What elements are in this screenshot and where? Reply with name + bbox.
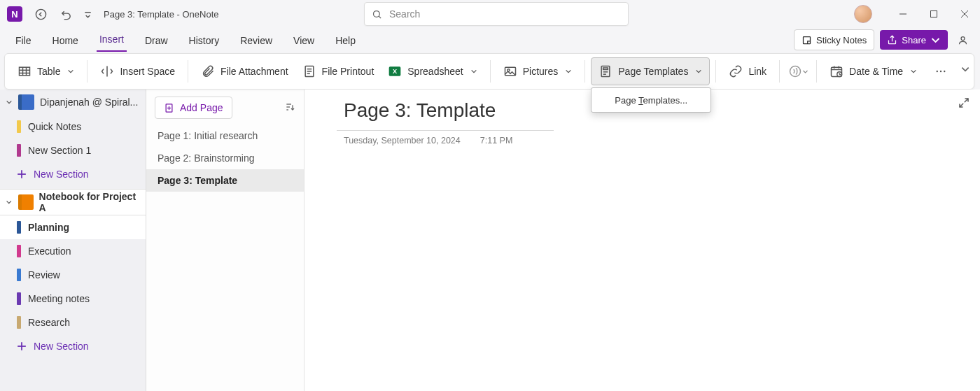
svg-rect-8 xyxy=(804,36,811,43)
plus-icon xyxy=(17,341,27,351)
sort-pages-button[interactable] xyxy=(284,101,295,115)
section-row[interactable]: Meeting notes xyxy=(0,287,146,311)
tab-review[interactable]: Review xyxy=(237,31,275,52)
title-bar: N Page 3: Template - OneNote Search xyxy=(0,0,980,28)
chevron-down-icon xyxy=(470,68,477,75)
section-color xyxy=(17,221,21,234)
section-color xyxy=(17,144,21,157)
back-button[interactable] xyxy=(29,3,52,25)
page-meta: Tuesday, September 10, 2024 7:11 PM xyxy=(344,136,512,145)
notebook-icon xyxy=(18,194,34,210)
dropdown-item-page-templates[interactable]: Page Templates... xyxy=(593,90,709,111)
tab-help[interactable]: Help xyxy=(332,31,358,52)
ribbon-date-time[interactable]: Date & Time xyxy=(822,58,924,85)
expand-icon[interactable] xyxy=(958,97,970,109)
section-row[interactable]: Research xyxy=(0,311,146,334)
ribbon: Table Insert Space File Attachment File … xyxy=(4,53,974,90)
svg-rect-5 xyxy=(931,11,937,17)
section-row[interactable]: Review xyxy=(0,263,146,287)
editor-canvas[interactable]: Page 3: Template Tuesday, September 10, … xyxy=(304,90,980,391)
section-row[interactable]: Execution xyxy=(0,239,146,263)
ribbon-pictures[interactable]: Pictures xyxy=(496,58,580,85)
ribbon-page-templates[interactable]: Page Templates xyxy=(591,57,710,85)
qat-dropdown[interactable] xyxy=(80,3,95,25)
ribbon-table[interactable]: Table xyxy=(10,58,81,85)
tab-history[interactable]: History xyxy=(186,31,223,52)
search-icon xyxy=(372,9,382,20)
svg-point-37 xyxy=(937,71,938,72)
ribbon-link[interactable]: Link xyxy=(722,58,774,85)
section-row[interactable]: Planning xyxy=(0,215,146,239)
add-page-button[interactable]: Add Page xyxy=(155,97,232,119)
search-wrap: Search xyxy=(364,2,629,26)
chevron-down-icon xyxy=(910,68,917,75)
undo-button[interactable] xyxy=(55,3,77,25)
template-icon xyxy=(598,64,612,78)
section-name: Meeting notes xyxy=(28,293,90,304)
title-underline xyxy=(337,130,554,131)
section-row[interactable]: New Section 1 xyxy=(0,138,146,162)
svg-text:X: X xyxy=(393,68,398,75)
tab-insert[interactable]: Insert xyxy=(97,29,127,52)
close-button[interactable] xyxy=(949,0,980,28)
tab-home[interactable]: Home xyxy=(50,31,81,52)
svg-point-0 xyxy=(36,9,46,19)
pages-pane: Add Page Page 1: Initial research Page 2… xyxy=(146,90,304,391)
tab-draw[interactable]: Draw xyxy=(142,31,171,52)
ribbon-insert-space[interactable]: Insert Space xyxy=(93,58,182,85)
page-title[interactable]: Page 3: Template xyxy=(344,99,496,122)
section-color xyxy=(17,245,21,257)
ribbon-overflow[interactable] xyxy=(928,59,953,84)
section-row[interactable]: Quick Notes xyxy=(0,115,146,138)
excel-icon: X xyxy=(388,64,402,78)
share-button[interactable]: Share xyxy=(880,30,948,50)
notebook-row[interactable]: Notebook for Project A xyxy=(0,189,146,215)
svg-point-29 xyxy=(790,66,800,77)
search-input[interactable]: Search xyxy=(364,2,629,26)
tab-file[interactable]: File xyxy=(13,31,34,52)
link-icon xyxy=(729,64,743,78)
new-section-button[interactable]: New Section xyxy=(0,162,146,186)
minimize-button[interactable] xyxy=(888,0,918,28)
svg-line-36 xyxy=(839,74,841,75)
new-section-button[interactable]: New Section xyxy=(0,334,146,358)
people-icon[interactable] xyxy=(953,31,972,49)
sort-icon xyxy=(284,101,295,113)
ribbon-audio[interactable] xyxy=(785,59,811,84)
image-icon xyxy=(503,64,517,78)
svg-point-39 xyxy=(944,71,945,72)
maximize-button[interactable] xyxy=(918,0,949,28)
chevron-down-icon xyxy=(930,35,941,45)
chevron-down-icon xyxy=(67,68,74,75)
svg-line-50 xyxy=(965,99,968,102)
section-name: Execution xyxy=(28,246,71,257)
tab-view[interactable]: View xyxy=(290,31,317,52)
attachment-icon xyxy=(201,64,215,78)
notebook-name: Notebook for Project A xyxy=(39,191,140,213)
ribbon-file-attachment[interactable]: File Attachment xyxy=(194,58,295,85)
page-time: 7:11 PM xyxy=(480,136,513,145)
audio-icon xyxy=(788,64,802,78)
chevron-down-icon xyxy=(960,64,970,74)
notebook-row[interactable]: Dipanjenah @ Spiral... xyxy=(0,90,146,115)
page-list-item[interactable]: Page 3: Template xyxy=(146,169,304,192)
ribbon-wrap: Table Insert Space File Attachment File … xyxy=(0,53,980,90)
svg-line-3 xyxy=(379,16,381,18)
page-date: Tuesday, September 10, 2024 xyxy=(344,136,461,145)
ribbon-spreadsheet[interactable]: X Spreadsheet xyxy=(381,58,484,85)
page-list-item[interactable]: Page 1: Initial research xyxy=(146,125,304,147)
page-list-item[interactable]: Page 2: Brainstorming xyxy=(146,147,304,169)
plus-icon xyxy=(17,169,27,179)
svg-rect-11 xyxy=(20,67,30,76)
ribbon-file-printout[interactable]: File Printout xyxy=(295,58,382,85)
ribbon-collapse[interactable] xyxy=(960,64,970,76)
avatar[interactable] xyxy=(854,5,872,23)
insert-space-icon xyxy=(100,64,114,78)
svg-point-2 xyxy=(374,10,380,17)
svg-line-51 xyxy=(960,104,963,107)
chevron-down-icon xyxy=(6,99,13,106)
svg-point-10 xyxy=(961,36,965,40)
svg-point-38 xyxy=(940,71,941,72)
section-color xyxy=(17,316,21,329)
sticky-notes-button[interactable]: Sticky Notes xyxy=(794,29,874,50)
